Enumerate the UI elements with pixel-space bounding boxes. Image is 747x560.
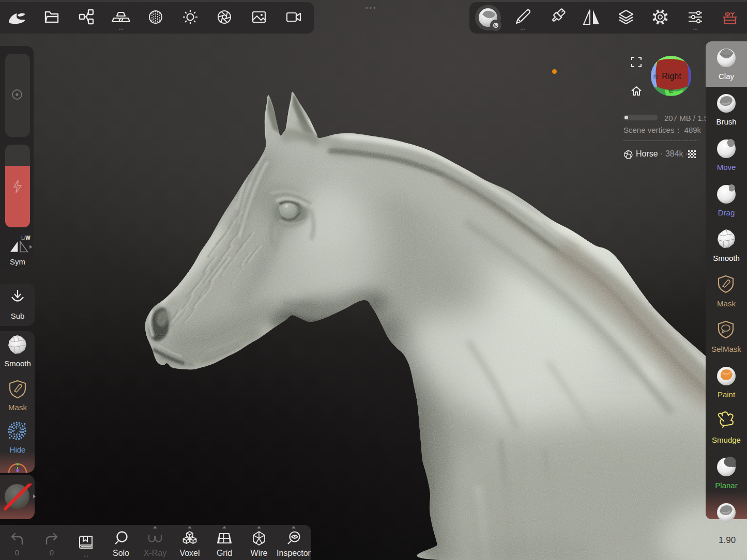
- svg-text:Brush: Brush: [716, 117, 736, 126]
- svg-text:Smudge: Smudge: [712, 435, 741, 444]
- svg-text:nt: nt: [653, 73, 658, 80]
- svg-text:Clay: Clay: [719, 72, 735, 81]
- svg-text:SelMask: SelMask: [711, 345, 741, 353]
- svg-text:Smooth: Smooth: [713, 254, 740, 262]
- svg-text:Drag: Drag: [718, 208, 735, 217]
- svg-text:Mask: Mask: [717, 299, 736, 308]
- svg-text:Move: Move: [717, 163, 736, 172]
- svg-text:Right: Right: [662, 72, 681, 81]
- svg-text:Planar: Planar: [715, 481, 737, 490]
- svg-text:Paint: Paint: [718, 390, 736, 399]
